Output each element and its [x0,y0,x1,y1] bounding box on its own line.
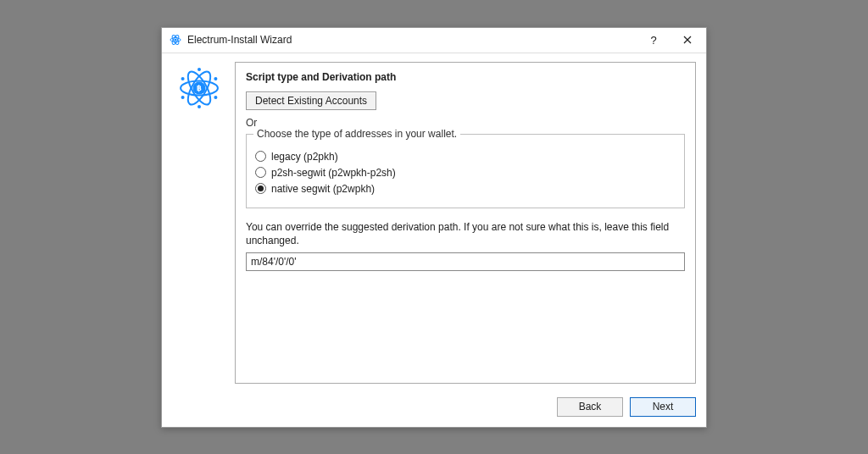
install-wizard-window: Electrum - Install Wizard ? ฿ [161,27,707,428]
address-type-fieldset: Choose the type of addresses in your wal… [246,134,685,208]
wizard-body: ฿ Script type and Derivation path Detect… [162,53,706,390]
wizard-footer: Back Next [162,390,706,427]
help-button[interactable]: ? [637,27,670,53]
content-panel: Script type and Derivation path Detect E… [235,62,696,384]
svg-point-13 [181,77,185,80]
radio-label: native segwit (p2wpkh) [271,183,375,195]
svg-text:฿: ฿ [197,84,202,92]
or-label: Or [246,117,685,129]
window-title-app: Electrum [187,34,227,46]
close-button[interactable] [670,27,704,53]
svg-point-14 [214,77,217,80]
next-button[interactable]: Next [630,397,696,417]
window-title-sub: Install Wizard [231,34,292,46]
radio-legacy[interactable]: legacy (p2pkh) [255,151,676,163]
svg-point-15 [181,95,185,98]
svg-point-3 [174,38,176,41]
electrum-logo-icon: ฿ [176,65,222,111]
fieldset-legend: Choose the type of addresses in your wal… [253,128,460,140]
svg-point-16 [214,95,217,98]
radio-icon [255,183,266,194]
radio-icon [255,167,266,178]
svg-point-11 [198,68,201,71]
radio-label: p2sh-segwit (p2wpkh-p2sh) [271,167,396,179]
derivation-path-input[interactable] [246,252,685,271]
logo-column: ฿ [172,62,226,384]
override-description: You can override the suggested derivatio… [246,220,685,247]
detect-existing-accounts-button[interactable]: Detect Existing Accounts [246,91,376,110]
titlebar: Electrum - Install Wizard ? [162,28,706,53]
radio-label: legacy (p2pkh) [271,151,338,163]
radio-native-segwit[interactable]: native segwit (p2wpkh) [255,183,676,195]
back-button[interactable]: Back [557,397,623,417]
app-icon [169,33,182,47]
radio-p2sh-segwit[interactable]: p2sh-segwit (p2wpkh-p2sh) [255,167,676,179]
close-icon [683,36,692,44]
page-heading: Script type and Derivation path [246,71,685,83]
svg-point-12 [198,104,201,108]
radio-icon [255,151,266,162]
